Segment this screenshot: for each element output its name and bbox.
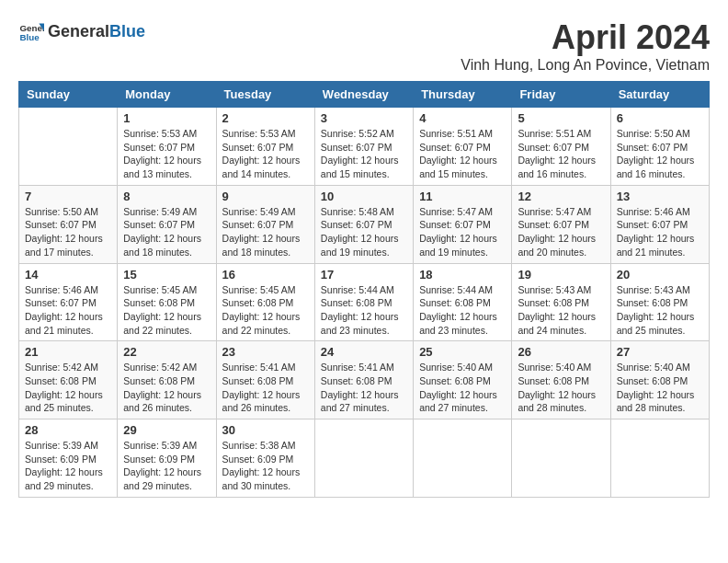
day-info: Sunrise: 5:41 AM Sunset: 6:08 PM Dayligh… [321,361,407,415]
weekday-header-sunday: Sunday [19,82,118,108]
day-number: 1 [123,111,210,125]
calendar-week-3: 14Sunrise: 5:46 AM Sunset: 6:07 PM Dayli… [19,263,710,341]
day-info: Sunrise: 5:41 AM Sunset: 6:08 PM Dayligh… [222,361,309,415]
day-info: Sunrise: 5:53 AM Sunset: 6:07 PM Dayligh… [123,127,210,181]
calendar-cell: 20Sunrise: 5:43 AM Sunset: 6:08 PM Dayli… [610,263,709,341]
calendar-cell: 19Sunrise: 5:43 AM Sunset: 6:08 PM Dayli… [512,263,610,341]
calendar-cell: 4Sunrise: 5:51 AM Sunset: 6:07 PM Daylig… [414,108,512,186]
day-number: 9 [222,190,309,203]
day-info: Sunrise: 5:39 AM Sunset: 6:09 PM Dayligh… [25,439,111,493]
day-info: Sunrise: 5:53 AM Sunset: 6:07 PM Dayligh… [222,127,309,181]
weekday-header-monday: Monday [118,82,216,108]
weekday-header-wednesday: Wednesday [314,82,413,108]
day-info: Sunrise: 5:45 AM Sunset: 6:08 PM Dayligh… [123,283,210,338]
day-info: Sunrise: 5:50 AM Sunset: 6:07 PM Dayligh… [617,127,703,181]
day-number: 26 [518,345,604,359]
calendar-cell: 16Sunrise: 5:45 AM Sunset: 6:08 PM Dayli… [216,263,314,341]
logo-icon: General Blue [18,18,44,44]
calendar-cell: 8Sunrise: 5:49 AM Sunset: 6:07 PM Daylig… [118,185,216,263]
header: General Blue GeneralBlue April 2024 Vinh… [18,18,710,74]
calendar-cell: 13Sunrise: 5:46 AM Sunset: 6:07 PM Dayli… [610,185,709,263]
day-info: Sunrise: 5:45 AM Sunset: 6:08 PM Dayligh… [222,283,309,338]
calendar-cell: 29Sunrise: 5:39 AM Sunset: 6:09 PM Dayli… [118,419,216,498]
weekday-header-thursday: Thursday [414,82,512,108]
calendar-cell: 18Sunrise: 5:44 AM Sunset: 6:08 PM Dayli… [414,263,512,341]
calendar-cell [314,419,413,498]
day-number: 13 [617,190,703,203]
day-info: Sunrise: 5:39 AM Sunset: 6:09 PM Dayligh… [123,439,210,493]
calendar-cell [610,419,709,498]
calendar-cell: 21Sunrise: 5:42 AM Sunset: 6:08 PM Dayli… [19,341,118,419]
day-info: Sunrise: 5:46 AM Sunset: 6:07 PM Dayligh… [617,205,703,259]
svg-text:Blue: Blue [19,32,40,42]
title-section: April 2024 Vinh Hung, Long An Povince, V… [461,18,710,74]
calendar-cell: 26Sunrise: 5:40 AM Sunset: 6:08 PM Dayli… [512,341,610,419]
calendar-cell: 1Sunrise: 5:53 AM Sunset: 6:07 PM Daylig… [118,108,216,186]
calendar-cell: 5Sunrise: 5:51 AM Sunset: 6:07 PM Daylig… [512,108,610,186]
calendar-cell [512,419,610,498]
day-number: 25 [419,345,506,359]
day-number: 2 [222,111,309,125]
day-info: Sunrise: 5:44 AM Sunset: 6:08 PM Dayligh… [321,283,407,338]
day-info: Sunrise: 5:42 AM Sunset: 6:08 PM Dayligh… [25,361,111,415]
calendar-cell: 11Sunrise: 5:47 AM Sunset: 6:07 PM Dayli… [414,185,512,263]
calendar-cell: 12Sunrise: 5:47 AM Sunset: 6:07 PM Dayli… [512,185,610,263]
day-info: Sunrise: 5:52 AM Sunset: 6:07 PM Dayligh… [321,127,407,181]
calendar-cell: 22Sunrise: 5:42 AM Sunset: 6:08 PM Dayli… [118,341,216,419]
calendar-cell: 6Sunrise: 5:50 AM Sunset: 6:07 PM Daylig… [610,108,709,186]
day-number: 4 [419,111,506,125]
day-number: 27 [617,345,703,359]
calendar-cell: 27Sunrise: 5:40 AM Sunset: 6:08 PM Dayli… [610,341,709,419]
day-info: Sunrise: 5:40 AM Sunset: 6:08 PM Dayligh… [518,361,604,415]
day-info: Sunrise: 5:50 AM Sunset: 6:07 PM Dayligh… [25,205,111,259]
calendar-cell: 7Sunrise: 5:50 AM Sunset: 6:07 PM Daylig… [19,185,118,263]
calendar-cell: 25Sunrise: 5:40 AM Sunset: 6:08 PM Dayli… [414,341,512,419]
day-number: 14 [25,268,111,282]
calendar-cell: 15Sunrise: 5:45 AM Sunset: 6:08 PM Dayli… [118,263,216,341]
day-number: 23 [222,345,309,359]
calendar-week-2: 7Sunrise: 5:50 AM Sunset: 6:07 PM Daylig… [19,185,710,263]
calendar-cell: 3Sunrise: 5:52 AM Sunset: 6:07 PM Daylig… [314,108,413,186]
calendar-cell: 9Sunrise: 5:49 AM Sunset: 6:07 PM Daylig… [216,185,314,263]
calendar-cell: 17Sunrise: 5:44 AM Sunset: 6:08 PM Dayli… [314,263,413,341]
day-info: Sunrise: 5:44 AM Sunset: 6:08 PM Dayligh… [419,283,506,338]
day-info: Sunrise: 5:51 AM Sunset: 6:07 PM Dayligh… [419,127,506,181]
day-number: 5 [518,111,604,125]
day-number: 19 [518,268,604,282]
weekday-header-row: SundayMondayTuesdayWednesdayThursdayFrid… [19,82,710,108]
day-number: 24 [321,345,407,359]
day-number: 11 [419,190,506,203]
day-number: 17 [321,268,407,282]
calendar-cell: 10Sunrise: 5:48 AM Sunset: 6:07 PM Dayli… [314,185,413,263]
calendar-cell: 2Sunrise: 5:53 AM Sunset: 6:07 PM Daylig… [216,108,314,186]
day-number: 28 [25,423,111,437]
calendar-cell: 24Sunrise: 5:41 AM Sunset: 6:08 PM Dayli… [314,341,413,419]
day-info: Sunrise: 5:48 AM Sunset: 6:07 PM Dayligh… [321,205,407,259]
day-number: 6 [617,111,703,125]
day-number: 22 [123,345,210,359]
day-number: 15 [123,268,210,282]
day-info: Sunrise: 5:40 AM Sunset: 6:08 PM Dayligh… [617,361,703,415]
weekday-header-friday: Friday [512,82,610,108]
day-info: Sunrise: 5:51 AM Sunset: 6:07 PM Dayligh… [518,127,604,181]
day-number: 12 [518,190,604,203]
calendar-cell [19,108,118,186]
logo-general-text: General [48,22,109,41]
day-number: 10 [321,190,407,203]
calendar-table: SundayMondayTuesdayWednesdayThursdayFrid… [18,81,710,498]
calendar-week-4: 21Sunrise: 5:42 AM Sunset: 6:08 PM Dayli… [19,341,710,419]
day-number: 7 [25,190,111,203]
day-number: 20 [617,268,703,282]
calendar-week-1: 1Sunrise: 5:53 AM Sunset: 6:07 PM Daylig… [19,108,710,186]
calendar-body: 1Sunrise: 5:53 AM Sunset: 6:07 PM Daylig… [19,108,710,498]
month-title: April 2024 [461,18,710,57]
day-number: 3 [321,111,407,125]
day-number: 16 [222,268,309,282]
location-title: Vinh Hung, Long An Povince, Vietnam [461,57,710,74]
day-number: 18 [419,268,506,282]
day-info: Sunrise: 5:42 AM Sunset: 6:08 PM Dayligh… [123,361,210,415]
calendar-cell: 30Sunrise: 5:38 AM Sunset: 6:09 PM Dayli… [216,419,314,498]
day-info: Sunrise: 5:40 AM Sunset: 6:08 PM Dayligh… [419,361,506,415]
day-info: Sunrise: 5:43 AM Sunset: 6:08 PM Dayligh… [518,283,604,338]
day-info: Sunrise: 5:46 AM Sunset: 6:07 PM Dayligh… [25,283,111,338]
